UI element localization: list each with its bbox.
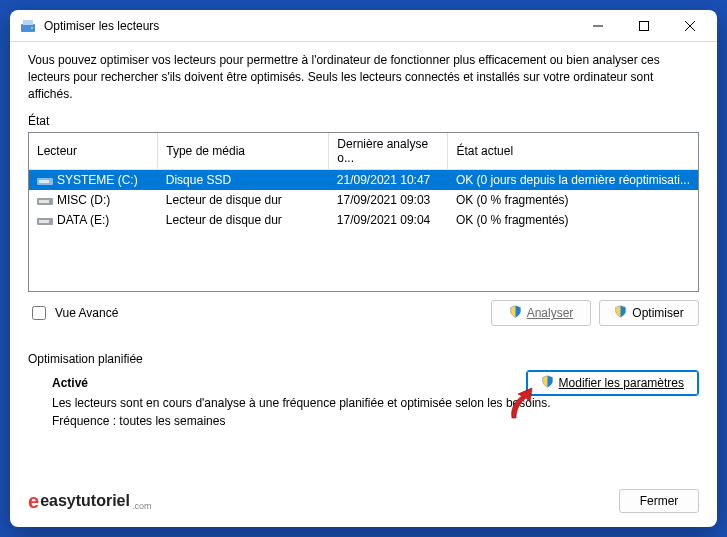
analyze-button[interactable]: Analyser: [491, 300, 591, 326]
table-row[interactable]: MISC (D:)Lecteur de disque dur17/09/2021…: [29, 190, 698, 210]
table-header-row[interactable]: Lecteur Type de média Dernière analyse o…: [29, 133, 698, 170]
shield-icon: [509, 305, 522, 321]
description-text: Vous pouvez optimiser vos lecteurs pour …: [28, 52, 699, 102]
optimize-drives-window: Optimiser les lecteurs Vous pouvez optim…: [10, 10, 717, 527]
brand-suffix: .com: [132, 501, 152, 511]
advanced-view-label: Vue Avancé: [55, 306, 118, 320]
drive-icon: [37, 175, 53, 187]
svg-rect-8: [39, 180, 49, 183]
table-row[interactable]: DATA (E:)Lecteur de disque dur17/09/2021…: [29, 210, 698, 230]
brand-prefix: e: [28, 490, 39, 513]
table-controls-row: Vue Avancé Analyser Optimiser: [28, 300, 699, 326]
col-current-state[interactable]: État actuel: [448, 133, 698, 170]
modify-settings-label: Modifier les paramètres: [559, 376, 684, 390]
col-drive[interactable]: Lecteur: [29, 133, 158, 170]
scheduled-frequency: Fréquence : toutes les semaines: [52, 414, 691, 428]
app-icon: [20, 18, 36, 34]
close-label: Fermer: [640, 494, 679, 508]
advanced-view-checkbox[interactable]: Vue Avancé: [28, 303, 118, 323]
analyze-label: Analyser: [527, 306, 574, 320]
content-area: Vous pouvez optimiser vos lecteurs pour …: [10, 42, 717, 483]
close-dialog-button[interactable]: Fermer: [619, 489, 699, 513]
shield-icon: [541, 375, 554, 391]
scheduled-description: Les lecteurs sont en cours d'analyse à u…: [52, 396, 691, 410]
titlebar: Optimiser les lecteurs: [10, 10, 717, 42]
svg-rect-10: [39, 200, 49, 203]
brand-logo: e easytutoriel .com: [28, 490, 151, 513]
minimize-button[interactable]: [575, 11, 621, 41]
close-button[interactable]: [667, 11, 713, 41]
scheduled-optimization-label: Optimisation planifiée: [28, 352, 699, 366]
svg-rect-12: [39, 220, 49, 223]
optimize-button[interactable]: Optimiser: [599, 300, 699, 326]
scheduled-optimization-box: Activé Les lecteurs sont en cours d'anal…: [28, 374, 699, 432]
window-title: Optimiser les lecteurs: [44, 19, 575, 33]
modify-settings-button[interactable]: Modifier les paramètres: [526, 370, 699, 396]
drive-icon: [37, 195, 53, 207]
brand-name: easytutoriel: [40, 492, 130, 510]
col-last-analysis[interactable]: Dernière analyse o...: [329, 133, 448, 170]
svg-rect-1: [23, 20, 33, 25]
drives-table[interactable]: Lecteur Type de média Dernière analyse o…: [28, 132, 699, 292]
drive-icon: [37, 215, 53, 227]
col-media-type[interactable]: Type de média: [158, 133, 329, 170]
pointer-arrow-annotation: [502, 384, 542, 424]
table-row[interactable]: SYSTEME (C:)Disque SSD21/09/2021 10:47OK…: [29, 170, 698, 191]
optimize-label: Optimiser: [632, 306, 683, 320]
svg-point-2: [31, 27, 33, 29]
shield-icon: [614, 305, 627, 321]
advanced-view-input[interactable]: [32, 306, 46, 320]
maximize-button[interactable]: [621, 11, 667, 41]
svg-rect-4: [640, 21, 649, 30]
footer: e easytutoriel .com Fermer: [10, 483, 717, 527]
state-label: État: [28, 114, 699, 128]
